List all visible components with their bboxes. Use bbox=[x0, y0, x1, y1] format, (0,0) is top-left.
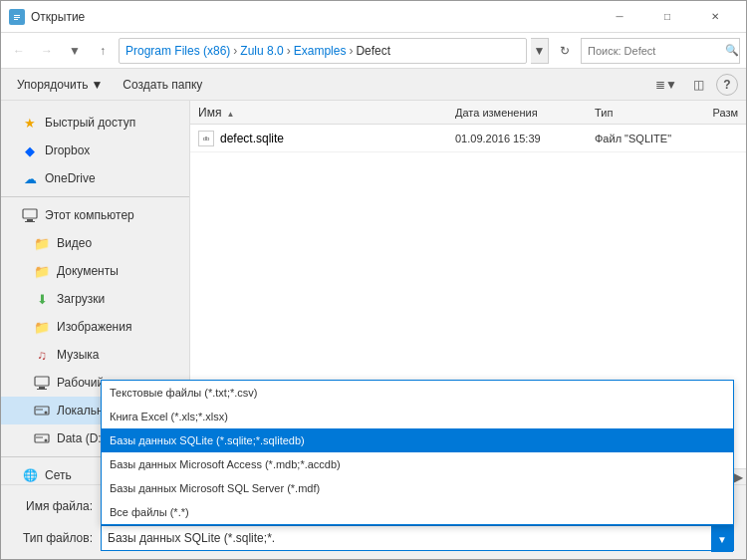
help-icon: ? bbox=[723, 78, 730, 92]
maximize-button[interactable]: □ bbox=[644, 1, 690, 33]
onedrive-icon: ☁ bbox=[21, 169, 39, 187]
svg-point-11 bbox=[45, 412, 48, 415]
filetype-option-0[interactable]: Текстовые файлы (*.txt;*.csv) bbox=[102, 381, 733, 405]
breadcrumb-item-2[interactable]: Examples bbox=[294, 44, 347, 58]
file-type: Файл "SQLITE" bbox=[587, 133, 686, 144]
col-date: Дата изменения bbox=[447, 107, 587, 119]
pane-icon: ◫ bbox=[693, 78, 704, 92]
file-list-header[interactable]: Имя ▲ Дата изменения Тип Разм bbox=[190, 101, 746, 125]
breadcrumb-dropdown-arrow[interactable]: ▼ bbox=[531, 38, 549, 64]
search-icon: 🔍 bbox=[725, 44, 739, 57]
breadcrumb-item-0[interactable]: Program Files (x86) bbox=[125, 44, 230, 58]
sort-arrow-icon: ▲ bbox=[226, 110, 234, 119]
local-disk-icon bbox=[33, 402, 51, 420]
sidebar-item-onedrive[interactable]: ☁ OneDrive bbox=[1, 164, 189, 192]
filename-label: Имя файла: bbox=[13, 499, 93, 513]
pane-button[interactable]: ◫ bbox=[684, 73, 712, 97]
svg-rect-9 bbox=[37, 389, 47, 390]
search-box: 🔍 bbox=[581, 38, 740, 64]
breadcrumb-current: Defect bbox=[356, 44, 390, 58]
col-name: Имя ▲ bbox=[190, 106, 447, 120]
sidebar-item-label: Загрузки bbox=[57, 292, 105, 306]
sidebar-item-label: Сеть bbox=[45, 468, 72, 482]
sidebar-item-label: Этот компьютер bbox=[45, 208, 134, 222]
star-icon: ★ bbox=[21, 114, 39, 132]
svg-rect-1 bbox=[14, 15, 20, 16]
toolbar: Упорядочить ▼ Создать папку ≣ ▼ ◫ ? bbox=[1, 69, 746, 101]
sidebar-item-docs[interactable]: 📁 Документы bbox=[1, 257, 189, 285]
new-folder-label: Создать папку bbox=[123, 78, 202, 92]
table-row[interactable]: db defect.sqlite 01.09.2016 15:39 Файл "… bbox=[190, 125, 746, 152]
bottom-bar: Имя файла: Открыть Отмена Тип файлов: Ба… bbox=[1, 484, 746, 559]
filetype-select[interactable]: Базы данных SQLite (*.sqlite;*. ▼ bbox=[101, 525, 734, 551]
svg-rect-4 bbox=[23, 209, 37, 218]
window-icon bbox=[9, 9, 25, 25]
col-type: Тип bbox=[587, 107, 686, 119]
organize-button[interactable]: Упорядочить ▼ bbox=[9, 73, 111, 97]
sidebar-item-label: Музыка bbox=[57, 348, 99, 362]
view-icon: ≣ bbox=[655, 78, 665, 92]
breadcrumb-item-1[interactable]: Zulu 8.0 bbox=[240, 44, 283, 58]
filetype-option-4[interactable]: Базы данных Microsoft SQL Server (*.mdf) bbox=[102, 476, 733, 500]
organize-arrow-icon: ▼ bbox=[91, 78, 103, 92]
help-button[interactable]: ? bbox=[716, 74, 738, 96]
up-button[interactable]: ↑ bbox=[91, 39, 115, 63]
organize-label: Упорядочить bbox=[17, 78, 88, 92]
sidebar-item-label: Видео bbox=[57, 236, 92, 250]
view-arrow-icon: ▼ bbox=[665, 78, 677, 92]
desktop-icon bbox=[33, 374, 51, 392]
sidebar-divider-1 bbox=[1, 196, 189, 197]
title-bar: Открытие ─ □ ✕ bbox=[1, 1, 746, 33]
sidebar-item-downloads[interactable]: ⬇ Загрузки bbox=[1, 285, 189, 313]
svg-rect-6 bbox=[25, 221, 35, 222]
sidebar-item-label: OneDrive bbox=[45, 171, 96, 185]
music-icon: ♫ bbox=[33, 346, 51, 364]
toolbar-right: ≣ ▼ ◫ ? bbox=[652, 73, 738, 97]
new-folder-button[interactable]: Создать папку bbox=[115, 73, 210, 97]
minimize-button[interactable]: ─ bbox=[597, 1, 642, 33]
data-d-icon bbox=[33, 429, 51, 447]
filetype-option-5[interactable]: Все файлы (*.*) bbox=[102, 500, 733, 524]
search-input[interactable] bbox=[588, 45, 725, 57]
downloads-icon: ⬇ bbox=[33, 290, 51, 308]
svg-rect-8 bbox=[39, 387, 45, 389]
sidebar-item-images[interactable]: 📁 Изображения bbox=[1, 313, 189, 341]
svg-rect-3 bbox=[14, 19, 18, 20]
dropbox-icon: ◆ bbox=[21, 141, 39, 159]
forward-button[interactable]: → bbox=[35, 39, 59, 63]
recent-button[interactable]: ▼ bbox=[63, 39, 87, 63]
refresh-button[interactable]: ↻ bbox=[553, 39, 577, 63]
title-bar-controls: ─ □ ✕ bbox=[597, 1, 738, 33]
network-icon: 🌐 bbox=[21, 466, 39, 484]
images-icon: 📁 bbox=[33, 318, 51, 336]
sidebar-item-music[interactable]: ♫ Музыка bbox=[1, 341, 189, 369]
filetype-row: Тип файлов: Базы данных SQLite (*.sqlite… bbox=[13, 525, 734, 551]
filetype-current-value: Базы данных SQLite (*.sqlite;*. bbox=[108, 531, 275, 545]
filetype-option-3[interactable]: Базы данных Microsoft Access (*.mdb;*.ac… bbox=[102, 452, 733, 476]
sidebar-item-label: Быстрый доступ bbox=[45, 116, 135, 130]
close-button[interactable]: ✕ bbox=[692, 1, 738, 33]
sidebar-item-label: Изображения bbox=[57, 320, 131, 334]
col-size: Разм bbox=[686, 107, 746, 119]
sidebar-item-label: Dropbox bbox=[45, 143, 90, 157]
sidebar-item-video[interactable]: 📁 Видео bbox=[1, 229, 189, 257]
file-date: 01.09.2016 15:39 bbox=[447, 133, 587, 144]
sidebar-item-quick-access[interactable]: ★ Быстрый доступ bbox=[1, 109, 189, 137]
svg-rect-2 bbox=[14, 17, 20, 18]
filetype-option-2[interactable]: Базы данных SQLite (*.sqlite;*.sqlitedb) bbox=[102, 428, 733, 452]
filetype-option-1[interactable]: Книга Excel (*.xls;*.xlsx) bbox=[102, 405, 733, 428]
svg-point-14 bbox=[45, 439, 48, 442]
view-button[interactable]: ≣ ▼ bbox=[652, 73, 680, 97]
sidebar-item-label: Data (D:) bbox=[57, 431, 106, 445]
sidebar-item-this-pc[interactable]: Этот компьютер bbox=[1, 201, 189, 229]
back-button[interactable]: ← bbox=[7, 39, 31, 63]
video-icon: 📁 bbox=[33, 234, 51, 252]
filetype-dropdown-arrow-icon[interactable]: ▼ bbox=[711, 526, 733, 552]
filetype-dropdown: Текстовые файлы (*.txt;*.csv) Книга Exce… bbox=[101, 380, 734, 525]
filetype-label: Тип файлов: bbox=[13, 531, 93, 545]
docs-icon: 📁 bbox=[33, 262, 51, 280]
file-name-cell: db defect.sqlite bbox=[190, 131, 447, 146]
sidebar-item-dropbox[interactable]: ◆ Dropbox bbox=[1, 137, 189, 164]
file-icon: db bbox=[198, 131, 214, 146]
window-title: Открытие bbox=[31, 10, 597, 24]
